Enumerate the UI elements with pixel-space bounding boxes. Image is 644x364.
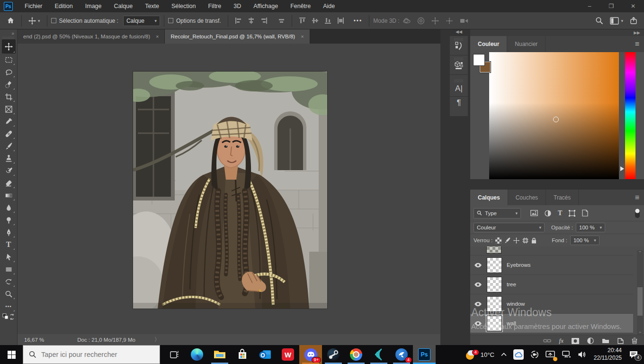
new-layer-icon[interactable] <box>617 338 624 344</box>
layer-effects-icon[interactable]: fx <box>559 337 564 345</box>
align-left-icon[interactable] <box>232 17 245 24</box>
layer-row-partial[interactable]: — <box>470 246 633 255</box>
zoom-level[interactable]: 16,67 % <box>24 337 44 343</box>
photoshop-taskbar-icon[interactable]: Ps <box>413 345 436 364</box>
outlook-icon[interactable]: O <box>254 345 277 364</box>
tab-couches[interactable]: Couches <box>508 190 546 205</box>
document-image[interactable] <box>133 72 327 309</box>
display-share-icon[interactable] <box>542 345 558 364</box>
gradient-tool[interactable] <box>2 189 16 201</box>
minimize-button[interactable]: – <box>579 0 600 12</box>
tools-collapse-icon[interactable]: » <box>0 29 17 36</box>
home-icon[interactable] <box>4 17 18 25</box>
saturation-field[interactable] <box>489 52 619 179</box>
layers-panel-menu-icon[interactable]: ≡ <box>630 190 644 205</box>
layer-row-tree[interactable]: tree <box>470 275 633 294</box>
layers-scrollbar[interactable]: ⌃ ⌄ <box>637 250 643 335</box>
more-options-icon[interactable]: ••• <box>351 18 366 24</box>
tab-traces[interactable]: Tracés <box>546 190 579 205</box>
tab-nuancier[interactable]: Nuancier <box>507 36 546 52</box>
align-bottom-icon[interactable] <box>322 17 334 24</box>
visibility-eye-icon[interactable] <box>474 321 482 326</box>
delete-layer-icon[interactable] <box>632 337 637 344</box>
layer-row-window[interactable]: window <box>470 294 633 314</box>
file-explorer-icon[interactable] <box>208 345 231 364</box>
menu-selection[interactable]: Sélection <box>165 0 202 12</box>
dock-collapse-icon[interactable]: ◀◀ <box>450 29 468 36</box>
start-button[interactable] <box>0 345 23 364</box>
menu-edition[interactable]: Edition <box>49 0 79 12</box>
tab-calques[interactable]: Calques <box>470 190 508 205</box>
opacity-value[interactable]: 100 %▾ <box>576 223 605 232</box>
align-right-icon[interactable] <box>258 17 270 24</box>
steam-icon[interactable] <box>322 345 345 364</box>
transform-options-checkbox[interactable] <box>168 18 173 23</box>
eraser-tool[interactable] <box>2 177 16 189</box>
close-button[interactable]: ✕ <box>622 0 644 12</box>
path-selection-tool[interactable] <box>2 251 16 263</box>
blur-tool[interactable] <box>2 201 16 214</box>
fill-value[interactable]: 100 %▾ <box>570 236 599 245</box>
lock-artboard-icon[interactable] <box>522 237 528 244</box>
audio-waves-app-icon[interactable] <box>367 345 390 364</box>
default-swap-colors-icon[interactable] <box>2 312 16 321</box>
weather-icon[interactable]: 4 10°C <box>462 345 498 364</box>
restore-button[interactable]: ❐ <box>600 0 622 12</box>
pen-tool[interactable] <box>2 226 16 238</box>
3d-panel-icon[interactable]: ||||||| <box>450 55 468 75</box>
menu-fenetre[interactable]: Fenêtre <box>284 0 317 12</box>
lock-position-icon[interactable] <box>513 237 519 244</box>
eyedropper-tool[interactable] <box>2 115 16 127</box>
volume-icon[interactable] <box>574 345 590 364</box>
lock-transparency-icon[interactable] <box>495 237 501 244</box>
link-layers-icon[interactable] <box>543 338 551 343</box>
status-chevron-icon[interactable]: 〉 <box>154 336 160 343</box>
share-icon[interactable] <box>630 17 637 25</box>
auto-select-checkbox[interactable] <box>51 18 56 23</box>
align-center-h-icon[interactable] <box>245 17 258 24</box>
layer-row-eyebrows[interactable]: Eyebrows <box>470 255 633 275</box>
dodge-tool[interactable] <box>2 214 16 226</box>
close-tab-icon[interactable]: × <box>301 34 304 39</box>
shape-tool[interactable] <box>2 263 16 275</box>
move-tool[interactable] <box>2 39 16 54</box>
panel-expand-icon[interactable]: ▶▶ <box>634 30 640 35</box>
quick-selection-tool[interactable] <box>2 78 16 91</box>
wps-office-icon[interactable]: W <box>277 345 299 364</box>
menu-texte[interactable]: Texte <box>139 0 165 12</box>
visibility-eye-icon[interactable] <box>474 301 482 307</box>
discord-icon[interactable]: 9+ <box>299 345 322 364</box>
lock-all-icon[interactable] <box>531 237 537 244</box>
blue-app-icon[interactable]: 4 <box>390 345 413 364</box>
healing-brush-tool[interactable] <box>2 127 16 140</box>
edit-toolbar-icon[interactable]: ••• <box>2 300 16 312</box>
menu-3d[interactable]: 3D <box>227 0 247 12</box>
menu-calque[interactable]: Calque <box>108 0 139 12</box>
onedrive-icon[interactable] <box>510 345 527 364</box>
filter-toggle-switch[interactable] <box>634 208 641 219</box>
scroll-up-icon[interactable]: ⌃ <box>637 250 643 256</box>
clock[interactable]: 20:4422/11/2025 <box>590 345 626 364</box>
menu-filtre[interactable]: Filtre <box>202 0 227 12</box>
meet-now-icon[interactable] <box>527 345 542 364</box>
microsoft-store-icon[interactable] <box>231 345 254 364</box>
distribute-v-icon[interactable] <box>334 17 347 24</box>
history-brush-tool[interactable] <box>2 164 16 177</box>
history-panel-icon[interactable]: ||||||| <box>450 36 468 55</box>
menu-aide[interactable]: Aide <box>317 0 341 12</box>
new-group-icon[interactable] <box>602 338 609 344</box>
brush-tool[interactable] <box>2 140 16 152</box>
adjustment-layer-icon[interactable] <box>587 337 594 344</box>
distribute-h-icon[interactable] <box>275 17 288 24</box>
layer-filter-dropdown[interactable]: Type ▾ <box>474 208 521 218</box>
visibility-eye-icon[interactable] <box>474 263 482 268</box>
lasso-tool[interactable] <box>2 66 16 78</box>
filter-smart-objects-icon[interactable] <box>582 209 588 217</box>
hue-slider-marker[interactable] <box>620 166 624 171</box>
task-view-button[interactable] <box>163 345 186 364</box>
lock-pixels-icon[interactable] <box>504 237 510 244</box>
hue-slider[interactable] <box>625 52 635 179</box>
filter-adjustment-layers-icon[interactable] <box>545 210 551 217</box>
paragraph-panel-icon[interactable]: ¶ <box>450 97 468 117</box>
search-input[interactable] <box>41 351 150 358</box>
